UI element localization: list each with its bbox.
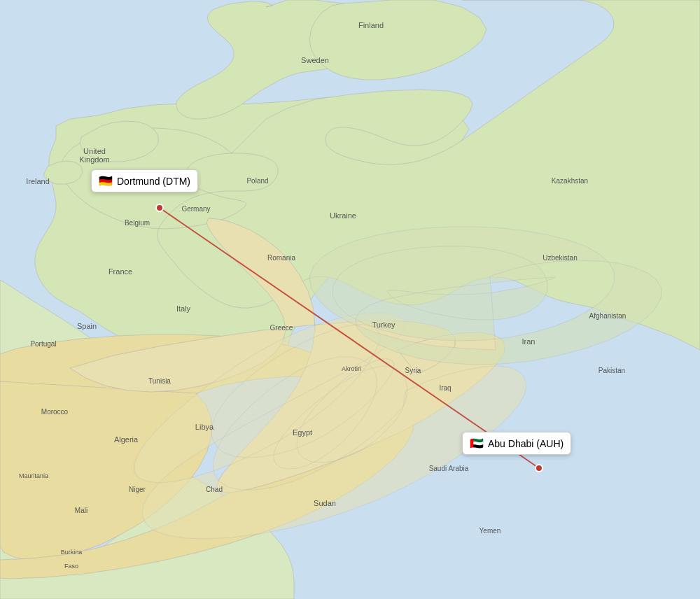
svg-text:Turkey: Turkey xyxy=(372,320,396,329)
map-container: Finland Sweden Ireland United Kingdom Be… xyxy=(0,0,700,599)
svg-text:Burkina: Burkina xyxy=(61,549,83,556)
svg-text:Ukraine: Ukraine xyxy=(330,211,356,220)
svg-text:Kazakhstan: Kazakhstan xyxy=(552,177,588,185)
svg-text:Algeria: Algeria xyxy=(114,435,139,444)
svg-text:Iraq: Iraq xyxy=(439,384,451,392)
svg-text:Sudan: Sudan xyxy=(314,499,336,507)
svg-text:Ireland: Ireland xyxy=(26,177,50,185)
svg-text:Mali: Mali xyxy=(75,507,88,514)
svg-text:Morocco: Morocco xyxy=(41,408,69,416)
svg-text:Greece: Greece xyxy=(270,324,293,332)
svg-text:Egypt: Egypt xyxy=(293,428,312,437)
svg-text:Kingdom: Kingdom xyxy=(79,155,109,164)
svg-text:Portugal: Portugal xyxy=(30,340,56,348)
svg-text:Poland: Poland xyxy=(246,177,268,185)
svg-text:Finland: Finland xyxy=(358,21,384,29)
svg-text:United: United xyxy=(83,147,106,155)
svg-text:Belgium: Belgium xyxy=(125,219,150,227)
dortmund-label: 🇩🇪 Dortmund (DTM) xyxy=(91,169,198,192)
abu-dhabi-label-text: Abu Dhabi (AUH) xyxy=(488,438,564,449)
svg-text:Italy: Italy xyxy=(176,304,191,313)
svg-text:Niger: Niger xyxy=(129,486,146,493)
svg-text:Chad: Chad xyxy=(206,486,223,493)
svg-text:Tunisia: Tunisia xyxy=(148,377,171,385)
svg-text:Romania: Romania xyxy=(267,254,295,262)
svg-text:France: France xyxy=(108,267,132,276)
svg-text:Mauritania: Mauritania xyxy=(19,472,48,479)
svg-text:Pakistan: Pakistan xyxy=(598,367,625,374)
uae-flag: 🇦🇪 xyxy=(470,437,484,450)
svg-text:Syria: Syria xyxy=(405,367,421,374)
svg-text:Saudi Arabia: Saudi Arabia xyxy=(429,465,469,472)
svg-text:Uzbekistan: Uzbekistan xyxy=(542,254,577,262)
svg-text:Yemen: Yemen xyxy=(479,527,501,535)
svg-point-41 xyxy=(536,465,542,472)
svg-text:Iran: Iran xyxy=(522,337,536,346)
dortmund-label-text: Dortmund (DTM) xyxy=(117,176,190,187)
svg-text:Sweden: Sweden xyxy=(301,56,329,64)
abu-dhabi-label: 🇦🇪 Abu Dhabi (AUH) xyxy=(462,432,571,455)
svg-text:Spain: Spain xyxy=(77,322,97,330)
map-svg: Finland Sweden Ireland United Kingdom Be… xyxy=(0,0,700,599)
svg-point-40 xyxy=(156,204,163,211)
svg-text:Afghanistan: Afghanistan xyxy=(589,312,626,320)
svg-text:Faso: Faso xyxy=(64,563,78,570)
germany-flag: 🇩🇪 xyxy=(99,174,113,188)
svg-text:Akrotiri: Akrotiri xyxy=(342,365,361,372)
svg-text:Libya: Libya xyxy=(195,423,214,431)
svg-text:Germany: Germany xyxy=(181,205,210,213)
